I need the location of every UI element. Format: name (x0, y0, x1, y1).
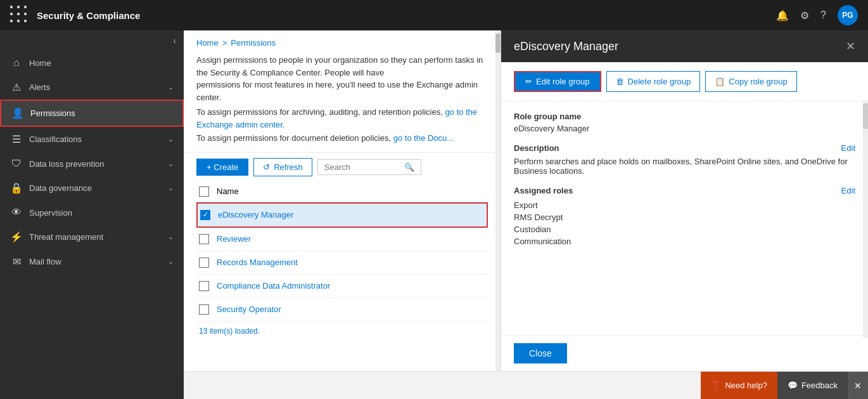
sidebar: ‹ ⌂ Home ⚠ Alerts ⌄ 👤 Permissions ☰ Clas… (0, 30, 184, 399)
panel-title: eDiscovery Manager (514, 40, 618, 53)
description-label: Description (514, 143, 559, 153)
content-scrollbar-thumb[interactable] (495, 34, 501, 53)
top-nav-icons: 🔔 ⚙ ? PG (776, 5, 858, 25)
chevron-down-icon-6: ⌄ (168, 258, 174, 266)
alerts-icon: ⚠ (10, 81, 23, 93)
copy-role-group-label: Copy role group (729, 77, 788, 86)
panel-close-icon[interactable]: ✕ (846, 39, 855, 53)
sidebar-label-permissions: Permissions (30, 108, 172, 118)
row-name-2: Reviewer (217, 234, 251, 244)
sidebar-label-home: Home (29, 58, 174, 68)
create-button[interactable]: + Create (196, 159, 248, 176)
search-icon: 🔍 (404, 162, 414, 172)
sidebar-item-alerts[interactable]: ⚠ Alerts ⌄ (0, 75, 184, 100)
copy-icon: 📋 (715, 77, 725, 86)
assigned-roles-field: Assigned roles Edit Export RMS Decrypt C… (514, 186, 855, 247)
assigned-role-item-3: Communication (514, 235, 855, 247)
row-name-3: Records Management (217, 258, 298, 267)
copy-role-group-button[interactable]: 📋 Copy role group (705, 71, 797, 92)
table-row[interactable]: ✓ eDiscovery Manager (196, 202, 488, 228)
search-box[interactable]: 🔍 (317, 159, 421, 175)
row-checkbox-3[interactable] (199, 258, 209, 268)
sidebar-label-classifications: Classifications (29, 134, 162, 144)
desc-line3: To assign permissions for archiving, aud… (196, 106, 488, 131)
edit-role-group-label: Edit role group (536, 77, 590, 86)
mail-icon: ✉ (10, 256, 23, 268)
sidebar-label-mail-flow: Mail flow (29, 257, 162, 266)
main-content: Home > Permissions Assign permissions to… (184, 30, 501, 371)
row-checkbox-4[interactable] (199, 281, 209, 291)
desc-line1: Assign permissions to people in your org… (196, 54, 488, 79)
assigned-roles-section-header: Assigned roles Edit (514, 186, 855, 195)
delete-role-group-button[interactable]: 🗑 Delete role group (606, 71, 701, 92)
app-title: Security & Compliance (37, 10, 769, 21)
help-icon[interactable]: ? (820, 10, 826, 21)
sidebar-item-supervision[interactable]: 👁 Supervision (0, 200, 184, 225)
table-header: Name (196, 181, 488, 202)
chevron-down-icon-3: ⌄ (168, 160, 174, 168)
refresh-icon: ↺ (263, 162, 270, 172)
feedback-label: Feedback (801, 381, 838, 390)
assigned-roles-label: Assigned roles (514, 186, 573, 195)
search-input[interactable] (324, 162, 400, 172)
row-checkbox-1[interactable]: ✓ (200, 210, 210, 220)
role-group-name-value: eDiscovery Manager (514, 124, 855, 133)
table-area: Name ✓ eDiscovery Manager Reviewer (184, 181, 501, 372)
description-edit-link[interactable]: Edit (841, 143, 855, 153)
delete-role-group-label: Delete role group (628, 77, 691, 86)
close-button[interactable]: Close (514, 343, 567, 363)
settings-icon[interactable]: ⚙ (800, 10, 809, 22)
description-value: Perform searches and place holds on mail… (514, 157, 855, 176)
panel-content: Role group name eDiscovery Manager Descr… (501, 101, 868, 335)
chevron-down-icon: ⌄ (168, 83, 174, 91)
panel-scrollbar-thumb[interactable] (863, 103, 868, 129)
table-row[interactable]: Records Management (196, 251, 488, 275)
need-help-label: Need help? (725, 381, 767, 390)
assigned-roles-edit-link[interactable]: Edit (841, 186, 855, 195)
table-row[interactable]: Security Operator (196, 298, 488, 322)
need-help-button[interactable]: ❓ Need help? (701, 372, 777, 400)
desc-link2[interactable]: go to the Docu... (393, 133, 454, 143)
threat-icon: ⚡ (10, 231, 23, 243)
refresh-button[interactable]: ↺ Refresh (253, 158, 312, 176)
row-name-4: Compliance Data Administrator (217, 281, 330, 291)
notification-icon[interactable]: 🔔 (776, 10, 789, 22)
sidebar-label-alerts: Alerts (29, 82, 162, 92)
refresh-label: Refresh (274, 162, 303, 172)
top-nav: Security & Compliance 🔔 ⚙ ? PG (0, 0, 868, 30)
collapse-icon[interactable]: ‹ (173, 36, 176, 46)
chevron-down-icon-5: ⌄ (168, 233, 174, 241)
row-checkbox-2[interactable] (199, 234, 209, 244)
sidebar-item-mail-flow[interactable]: ✉ Mail flow ⌄ (0, 249, 184, 274)
table-footer: 13 item(s) loaded. (196, 322, 488, 341)
breadcrumb-separator: > (222, 38, 227, 48)
sidebar-label-threat: Threat management (29, 232, 162, 242)
description-field: Description Edit Perform searches and pl… (514, 143, 855, 176)
home-icon: ⌂ (10, 57, 23, 69)
classifications-icon: ☰ (10, 133, 23, 145)
row-name-5: Security Operator (217, 304, 281, 314)
desc-link1[interactable]: go to the Exchange admin center. (196, 107, 477, 129)
supervision-icon: 👁 (10, 207, 23, 218)
sidebar-item-data-governance[interactable]: 🔒 Data governance ⌄ (0, 176, 184, 200)
sidebar-item-home[interactable]: ⌂ Home (0, 51, 184, 75)
sidebar-item-data-loss-prevention[interactable]: 🛡 Data loss prevention ⌄ (0, 152, 184, 176)
sidebar-item-permissions[interactable]: 👤 Permissions (0, 100, 184, 127)
avatar[interactable]: PG (838, 5, 858, 25)
edit-role-group-button[interactable]: ✏ Edit role group (514, 71, 601, 92)
app-launcher-icon[interactable] (10, 6, 29, 25)
description-section-header: Description Edit (514, 143, 855, 153)
header-checkbox[interactable] (199, 186, 209, 197)
role-group-name-field: Role group name eDiscovery Manager (514, 112, 855, 133)
row-checkbox-5[interactable] (199, 304, 209, 315)
feedback-button[interactable]: 💬 Feedback (777, 372, 848, 400)
bottom-close-button[interactable]: ✕ (848, 372, 868, 400)
sidebar-collapse-btn[interactable]: ‹ (0, 30, 184, 51)
table-row[interactable]: Reviewer (196, 228, 488, 251)
chevron-down-icon-2: ⌄ (168, 135, 174, 143)
breadcrumb: Home > Permissions (184, 30, 501, 51)
sidebar-item-classifications[interactable]: ☰ Classifications ⌄ (0, 127, 184, 152)
table-row[interactable]: Compliance Data Administrator (196, 275, 488, 298)
breadcrumb-home[interactable]: Home (196, 38, 219, 48)
sidebar-item-threat-management[interactable]: ⚡ Threat management ⌄ (0, 225, 184, 249)
